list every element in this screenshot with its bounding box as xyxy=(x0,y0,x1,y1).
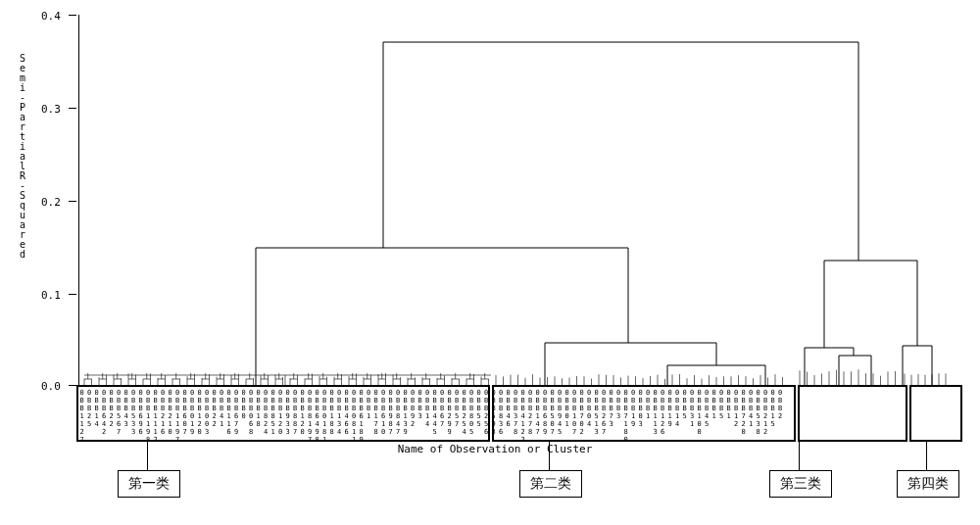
ytick-3: 0.3 xyxy=(41,103,61,116)
cluster-label-2: 第二类 xyxy=(519,470,582,498)
ytick-1: 0.1 xyxy=(41,289,61,302)
cluster2-box xyxy=(492,385,796,442)
cluster-label-3: 第三类 xyxy=(769,470,832,498)
ytick-4: 0.4 xyxy=(41,10,61,23)
y-axis-label: Semi-Partial R-Squared xyxy=(20,54,26,260)
plot-area xyxy=(78,15,960,387)
dendrogram-svg xyxy=(79,15,961,387)
ytick-0: 0.0 xyxy=(41,380,61,393)
cluster-label-1: 第一类 xyxy=(118,470,180,498)
cluster-label-4: 第四类 xyxy=(897,470,959,498)
cluster3-box xyxy=(798,385,907,442)
cluster1-box xyxy=(76,385,490,442)
cluster4-box xyxy=(909,385,962,442)
x-axis-label: Name of Observation or Cluster xyxy=(398,443,593,455)
dendrogram-chart: Semi-Partial R-Squared 0.4 0.3 0.2 0.1 0… xyxy=(20,5,970,455)
ytick-2: 0.2 xyxy=(41,196,61,209)
